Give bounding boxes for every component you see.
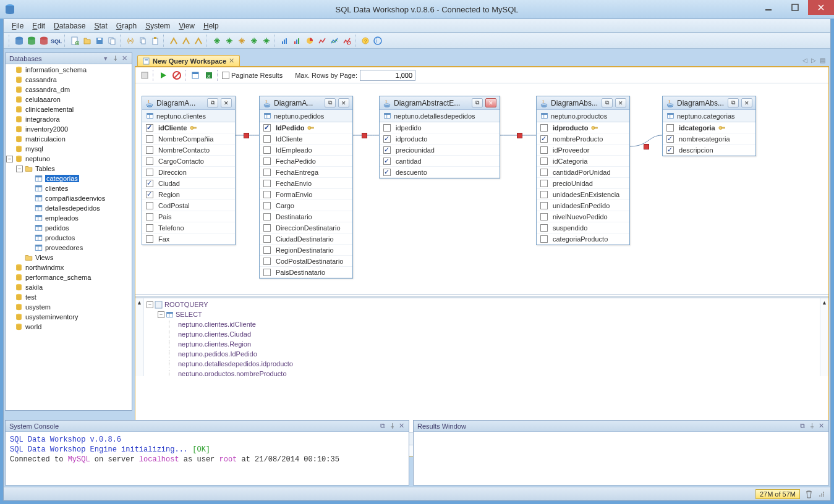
app-icon bbox=[2, 2, 17, 17]
svg-rect-2 bbox=[792, 4, 798, 10]
svg-rect-1 bbox=[765, 9, 772, 10]
window-titlebar: SQL Data Workshop v.0.8.6 - Connected to… bbox=[0, 0, 834, 19]
window-title: SQL Data Workshop v.0.8.6 - Connected to… bbox=[20, 5, 834, 14]
minimize-button[interactable] bbox=[756, 0, 782, 15]
maximize-button[interactable] bbox=[782, 0, 808, 15]
close-button[interactable] bbox=[808, 0, 834, 15]
